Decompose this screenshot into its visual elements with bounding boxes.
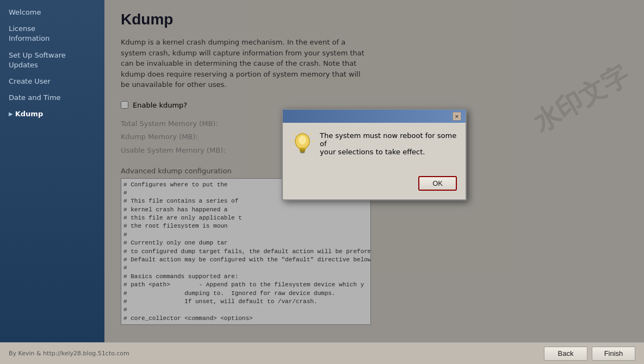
dialog-message: The system must now reboot for some of y… xyxy=(320,131,457,156)
sidebar-item-setup-software[interactable]: Set Up SoftwareUpdates xyxy=(0,47,104,73)
sidebar: Welcome LicenseInformation Set Up Softwa… xyxy=(0,0,104,342)
dialog-titlebar: ✕ xyxy=(283,110,466,123)
lightbulb-svg xyxy=(292,131,313,159)
sidebar-item-welcome[interactable]: Welcome xyxy=(0,4,104,21)
back-button[interactable]: Back xyxy=(544,347,587,361)
sidebar-item-date-time[interactable]: Date and Time xyxy=(0,90,104,106)
sidebar-item-license[interactable]: LicenseInformation xyxy=(0,21,104,47)
dialog-titlebar-text xyxy=(287,112,289,120)
credit-text: By Kevin & http://kely28.blog.51cto.com xyxy=(9,350,540,357)
svg-rect-7 xyxy=(300,150,305,152)
svg-point-9 xyxy=(299,136,306,145)
finish-button[interactable]: Finish xyxy=(592,347,635,361)
sidebar-item-kdump[interactable]: Kdump xyxy=(0,106,104,122)
dialog-body: The system must now reboot for some of y… xyxy=(283,123,466,172)
svg-line-2 xyxy=(310,134,311,135)
dialog-ok-button[interactable]: OK xyxy=(418,176,457,191)
svg-rect-8 xyxy=(300,152,305,153)
dialog-close-button[interactable]: ✕ xyxy=(453,112,461,121)
dialog-overlay: ✕ xyxy=(104,0,644,342)
lightbulb-icon xyxy=(292,131,313,163)
bottom-bar: By Kevin & http://kely28.blog.51cto.com … xyxy=(0,342,644,364)
svg-rect-6 xyxy=(299,148,306,150)
dialog-footer: OK xyxy=(283,172,466,199)
content-area: 水印文字 Kdump Kdump is a kernel crash dumpi… xyxy=(104,0,644,342)
sidebar-item-create-user[interactable]: Create User xyxy=(0,73,104,90)
reboot-dialog: ✕ xyxy=(282,109,467,200)
svg-line-4 xyxy=(294,134,295,135)
